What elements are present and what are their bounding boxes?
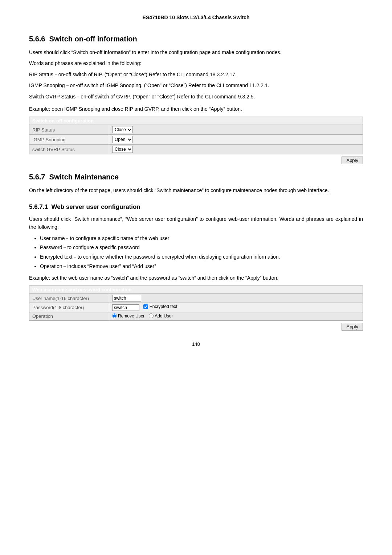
table-row: Password(1-8 character) Encrypted text — [29, 303, 363, 312]
list-item: Password－to configure a specific passwor… — [40, 243, 363, 252]
add-user-radio[interactable] — [149, 313, 154, 318]
add-user-radio-label[interactable]: Add User — [149, 313, 173, 319]
table-row: IGMP Snooping Open Close — [29, 135, 363, 145]
section-566-para3: RIP Status－on-off switch of RIP. (“Open”… — [29, 70, 363, 78]
username-cell — [109, 294, 363, 303]
section-566-example: Example: open IGMP Snooping and close RI… — [29, 105, 363, 113]
encrypted-text-checkbox[interactable] — [143, 304, 148, 309]
page-header: ES4710BD 10 Slots L2/L3/L4 Chassis Switc… — [29, 15, 363, 20]
list-item: User name－to configure a specific name o… — [40, 234, 363, 243]
section-5671-title: 5.6.7.1 Web server user configuration — [29, 203, 363, 211]
page-number: 148 — [192, 341, 200, 347]
section-5671-example: Example: set the web user name as “switc… — [29, 274, 363, 282]
username-label: User name(1-16 character) — [29, 294, 109, 303]
section5671-apply-button[interactable]: Apply — [342, 323, 363, 331]
section-567-para1: On the left directory of the root page, … — [29, 186, 363, 194]
section566-apply-button[interactable]: Apply — [342, 157, 363, 164]
operation-cell: Remove User Add User — [109, 312, 363, 321]
switch-onoff-table: Switch on-off configuration RIP Status C… — [29, 117, 363, 154]
gvrp-status-cell: Close Open — [109, 145, 363, 154]
password-cell: Encrypted text — [109, 303, 363, 312]
rip-status-label: RIP Status — [29, 125, 109, 135]
list-item: Operation－includes “Remove user” and “Ad… — [40, 262, 363, 271]
encrypted-text-label[interactable]: Encrypted text — [143, 304, 177, 309]
section-5671-bullets: User name－to configure a specific name o… — [40, 234, 363, 271]
section-566-title: 5.6.6 Switch on-off information — [29, 35, 363, 43]
section-566-para4: IGMP Snooping－on-off switch of IGMP Snoo… — [29, 81, 363, 89]
section5671-apply-row: Apply — [29, 323, 363, 331]
web-user-table: Web user name and password configuration… — [29, 285, 363, 321]
igmp-snooping-select[interactable]: Open Close — [112, 136, 133, 143]
section566-apply-row: Apply — [29, 157, 363, 164]
table-row: User name(1-16 character) — [29, 294, 363, 303]
gvrp-status-select[interactable]: Close Open — [112, 146, 133, 153]
section-566-para2: Words and phrases are explained in the f… — [29, 59, 363, 67]
section-566-para5: Switch GVRP Status－on-off switch of GVRP… — [29, 93, 363, 101]
gvrp-status-label: switch GVRP Status — [29, 145, 109, 154]
table-row: switch GVRP Status Close Open — [29, 145, 363, 154]
table-row: RIP Status Close Open — [29, 125, 363, 135]
igmp-snooping-cell: Open Close — [109, 135, 363, 145]
rip-status-cell: Close Open — [109, 125, 363, 135]
password-input[interactable] — [112, 304, 139, 311]
section-567-title: 5.6.7 Switch Maintenance — [29, 173, 363, 181]
password-label: Password(1-8 character) — [29, 303, 109, 312]
web-user-table-header: Web user name and password configuration — [29, 286, 363, 294]
operation-label: Operation — [29, 312, 109, 321]
list-item: Encrypted text－to configure whether the … — [40, 253, 363, 262]
remove-user-radio-label[interactable]: Remove User — [112, 313, 144, 319]
username-input[interactable] — [112, 295, 141, 301]
table-row: Operation Remove User Add User — [29, 312, 363, 321]
switch-onoff-table-header: Switch on-off configuration — [29, 117, 363, 125]
page-footer: 148 — [29, 341, 363, 347]
header-title: ES4710BD 10 Slots L2/L3/L4 Chassis Switc… — [143, 15, 250, 20]
rip-status-select[interactable]: Close Open — [112, 126, 133, 133]
remove-user-radio[interactable] — [112, 313, 117, 318]
section-566-para1: Users should click “Switch on-off inform… — [29, 48, 363, 56]
igmp-snooping-label: IGMP Snooping — [29, 135, 109, 145]
section-5671-para1: Users should click “Switch maintenance”,… — [29, 215, 363, 231]
operation-radio-group: Remove User Add User — [112, 313, 173, 319]
